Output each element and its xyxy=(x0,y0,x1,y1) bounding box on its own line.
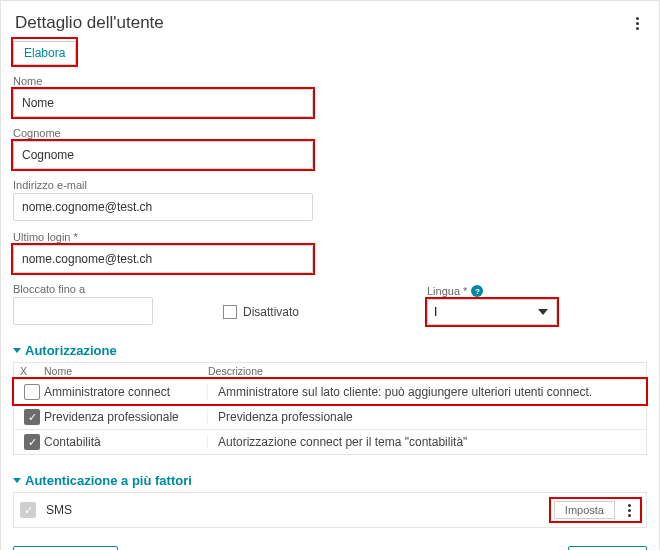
elabora-button[interactable]: Elabora xyxy=(13,41,76,65)
header-menu-icon[interactable] xyxy=(629,15,645,31)
col-nome: Nome xyxy=(44,365,208,377)
disattivato-checkbox[interactable] xyxy=(223,305,237,319)
table-row[interactable]: ✓ Contabilità Autorizzazione connect per… xyxy=(14,429,646,454)
mfa-menu-icon[interactable] xyxy=(621,502,637,518)
email-input[interactable] xyxy=(13,193,313,221)
nome-label: Nome xyxy=(13,75,647,87)
salva-button[interactable]: Salva xyxy=(568,546,647,550)
sms-label: SMS xyxy=(46,503,551,517)
row-checkbox[interactable]: ✓ xyxy=(24,434,40,450)
interrompi-button[interactable]: Interrompi xyxy=(13,546,118,550)
autorizzazione-toggle[interactable]: Autorizzazione xyxy=(13,343,647,358)
ultimo-login-input[interactable] xyxy=(13,245,313,273)
autorizzazione-table: X Nome Descrizione Amministratore connec… xyxy=(13,362,647,455)
cognome-label: Cognome xyxy=(13,127,647,139)
info-icon[interactable]: ? xyxy=(471,285,483,297)
row-nome: Amministratore connect xyxy=(44,385,208,399)
row-checkbox[interactable]: ✓ xyxy=(24,409,40,425)
cognome-input[interactable] xyxy=(13,141,313,169)
autorizzazione-title: Autorizzazione xyxy=(25,343,117,358)
row-desc: Autorizzazione connect per il tema "cont… xyxy=(208,435,646,449)
mfa-toggle[interactable]: Autenticazione a più fattori xyxy=(13,473,647,488)
table-row[interactable]: ✓ Previdenza professionale Previdenza pr… xyxy=(14,404,646,429)
mfa-row: ✓ SMS Imposta xyxy=(13,492,647,528)
mfa-title: Autenticazione a più fattori xyxy=(25,473,192,488)
row-desc: Amministratore sul lato cliente: può agg… xyxy=(208,385,646,399)
table-row[interactable]: Amministratore connect Amministratore su… xyxy=(14,379,646,404)
chevron-down-icon xyxy=(13,348,21,353)
page-title: Dettaglio dell'utente xyxy=(15,13,164,33)
row-desc: Previdenza professionale xyxy=(208,410,646,424)
lingua-select[interactable]: I xyxy=(427,299,557,325)
row-nome: Contabilità xyxy=(44,435,208,449)
imposta-button[interactable]: Imposta xyxy=(554,501,615,519)
lingua-label: Lingua * xyxy=(427,285,467,297)
sms-checkbox[interactable]: ✓ xyxy=(20,502,36,518)
bloccato-input[interactable] xyxy=(13,297,153,325)
bloccato-label: Bloccato fino a xyxy=(13,283,153,295)
col-x: X xyxy=(20,365,44,377)
ultimo-login-label: Ultimo login * xyxy=(13,231,647,243)
email-label: Indirizzo e-mail xyxy=(13,179,647,191)
disattivato-label: Disattivato xyxy=(243,305,299,319)
chevron-down-icon xyxy=(13,478,21,483)
row-nome: Previdenza professionale xyxy=(44,410,208,424)
col-desc: Descrizione xyxy=(208,365,646,377)
row-checkbox[interactable] xyxy=(24,384,40,400)
nome-input[interactable] xyxy=(13,89,313,117)
